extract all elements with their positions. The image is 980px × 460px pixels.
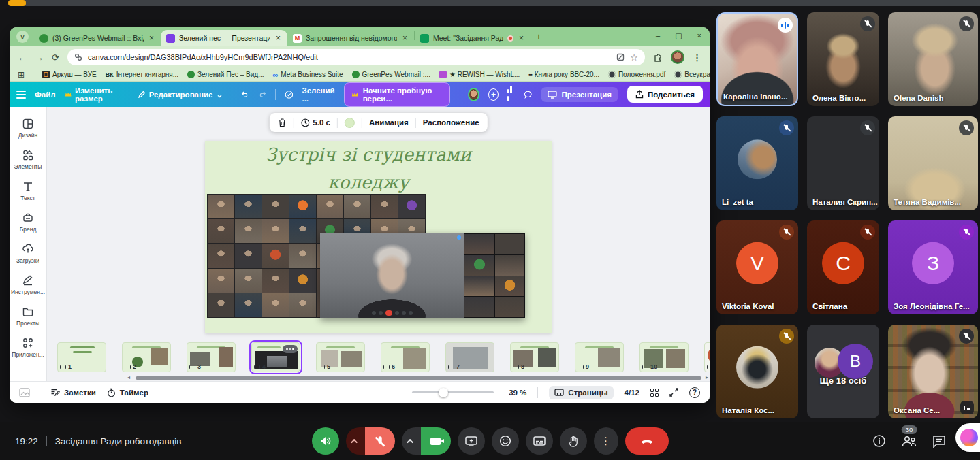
- participant-tile-zoya[interactable]: З Зоя Леонідівна Ге...: [888, 220, 978, 314]
- pages-view-button[interactable]: Страницы: [549, 386, 613, 399]
- sidebar-item-brand[interactable]: Бренд: [10, 206, 46, 237]
- slide-thumbnail-9[interactable]: 9: [575, 342, 624, 372]
- end-call-button[interactable]: [625, 427, 669, 455]
- present-button[interactable]: Презентация: [541, 87, 618, 102]
- zoom-slider[interactable]: [412, 391, 494, 393]
- position-button[interactable]: Расположение: [423, 118, 479, 127]
- sidebar-item-apps[interactable]: Приложен...: [10, 331, 46, 363]
- sidebar-item-projects[interactable]: Проекты: [10, 300, 46, 331]
- sidebar-item-tools[interactable]: Инструмен...: [10, 269, 46, 300]
- undo-icon[interactable]: [241, 90, 249, 99]
- camera-options-button[interactable]: [402, 427, 421, 455]
- mic-mute-button[interactable]: [365, 427, 395, 455]
- editing-mode-button[interactable]: Редактирование ⌄: [138, 90, 223, 99]
- participant-tile-natalia-skryp[interactable]: Наталия Скрип...: [807, 116, 879, 210]
- animation-button[interactable]: Анимация: [369, 118, 409, 127]
- participant-tile-natalia-kos[interactable]: Наталія Кос...: [716, 325, 798, 418]
- extensions-icon[interactable]: [653, 52, 663, 62]
- browser-menu-icon[interactable]: ⋮: [693, 52, 701, 63]
- slide-thumbnail-10[interactable]: 10: [639, 342, 689, 372]
- bookmark-item[interactable]: Аркуш — ВУЕ: [42, 71, 97, 78]
- comments-icon[interactable]: [524, 89, 533, 100]
- mic-options-button[interactable]: [346, 427, 365, 455]
- back-button[interactable]: ←: [18, 52, 27, 63]
- maximize-window-button[interactable]: ▢: [675, 31, 682, 40]
- insights-chart-icon[interactable]: [507, 86, 515, 103]
- bookmark-item[interactable]: Положення.pdf: [608, 71, 665, 78]
- tab-gmail[interactable]: M Запрошення від невідомого ві ×: [287, 30, 414, 46]
- redo-icon[interactable]: [258, 90, 266, 99]
- bookmark-star-icon[interactable]: ☆: [630, 52, 638, 63]
- slide-thumbnail-4-selected[interactable]: 4: [251, 342, 300, 372]
- audio-output-button[interactable]: [312, 427, 339, 455]
- bookmark-item[interactable]: ★ REWISH — WishL...: [439, 71, 520, 78]
- participant-tile-tetyana[interactable]: Тетяна Вадимів...: [888, 116, 978, 210]
- camera-toggle-button[interactable]: [421, 427, 451, 455]
- scrollbar-thumb[interactable]: [136, 376, 701, 380]
- start-trial-button[interactable]: Начните пробную верси...: [344, 82, 450, 107]
- participant-tile-olena-v[interactable]: Олена Вікто...: [807, 12, 879, 106]
- blocked-content-icon[interactable]: [616, 53, 625, 61]
- bookmark-item[interactable]: ∞Meta Business Suite: [272, 71, 343, 79]
- participant-tile-viktoria[interactable]: V Viktoria Koval: [716, 220, 798, 314]
- participant-tile-svitlana[interactable]: C Світлана: [807, 220, 879, 314]
- participant-tile-lizet[interactable]: Li_zet ta: [716, 116, 798, 210]
- more-options-button[interactable]: ⋮: [594, 427, 618, 455]
- delete-icon[interactable]: [277, 118, 286, 127]
- participants-button[interactable]: 30: [901, 435, 917, 447]
- horizontal-scrollbar[interactable]: ◂ ▸: [47, 374, 710, 381]
- reload-button[interactable]: ⟳: [52, 52, 59, 63]
- site-settings-icon[interactable]: [74, 53, 82, 61]
- hamburger-menu-icon[interactable]: [16, 91, 26, 99]
- scroll-right-icon[interactable]: ▸: [706, 374, 708, 380]
- bookmark-item[interactable]: GreenPes Webmail :...: [352, 71, 430, 78]
- new-tab-button[interactable]: +: [536, 31, 541, 42]
- slide-thumbnail-6[interactable]: 6: [381, 342, 430, 372]
- slide-thumbnail-8[interactable]: 8: [510, 342, 559, 372]
- slide-thumbnail-3[interactable]: 3: [187, 342, 236, 372]
- meeting-details-button[interactable]: [872, 434, 886, 448]
- participant-tile-oksana[interactable]: Оксана Се...: [888, 325, 978, 418]
- canva-user-avatar[interactable]: [468, 88, 479, 101]
- slide-thumbnail-7[interactable]: 7: [445, 342, 494, 372]
- slide-thumbnail-2[interactable]: 2: [122, 342, 171, 372]
- background-color-swatch[interactable]: [345, 118, 355, 128]
- add-collaborator-button[interactable]: +: [488, 88, 499, 101]
- bookmark-item[interactable]: Зелений Пес – Вид...: [187, 71, 264, 78]
- sidebar-item-elements[interactable]: Элементы: [10, 144, 46, 175]
- sidebar-item-text[interactable]: Текст: [10, 175, 46, 206]
- sidebar-item-design[interactable]: Дизайн: [10, 112, 46, 144]
- participant-tile-karolina[interactable]: Кароліна Івано...: [716, 12, 798, 106]
- reactions-button[interactable]: [492, 427, 519, 455]
- tab-webmail[interactable]: (3) GreenPes Webmail :: Вхідні ×: [34, 30, 161, 46]
- slide-thumbnail-11[interactable]: 11: [704, 342, 710, 372]
- participant-tile-olena-danish[interactable]: Olena Danish: [888, 12, 978, 106]
- overflow-participants-tile[interactable]: B Ще 18 осіб: [807, 325, 879, 418]
- thumbnail-menu-button[interactable]: [283, 345, 298, 353]
- browser-profile-avatar[interactable]: [671, 50, 684, 64]
- slide-canvas[interactable]: Зустріч зі студентами коледжу: [205, 141, 552, 333]
- fullscreen-icon[interactable]: [669, 388, 678, 397]
- timer-button[interactable]: Таймер: [107, 388, 148, 397]
- chat-button[interactable]: [932, 435, 946, 448]
- resize-button[interactable]: Изменить размер: [65, 86, 129, 103]
- picture-in-picture-button[interactable]: [960, 401, 974, 414]
- bookmark-item[interactable]: Всеукраїнська літе...: [674, 71, 710, 78]
- slide-title[interactable]: Зустріч зі студентами коледжу: [256, 141, 481, 197]
- notes-button[interactable]: Заметки: [50, 388, 96, 397]
- tab-search-button[interactable]: v: [16, 31, 29, 43]
- close-tab-icon[interactable]: ×: [518, 33, 525, 43]
- file-menu-button[interactable]: Файл: [35, 91, 56, 99]
- slide-thumbnail-1[interactable]: 1: [57, 342, 106, 372]
- close-tab-icon[interactable]: ×: [148, 33, 155, 43]
- tab-canva-active[interactable]: Зелений пес — Презентация ×: [161, 30, 287, 46]
- extension-overlay-button[interactable]: [955, 423, 980, 452]
- minimize-window-button[interactable]: –: [656, 31, 660, 40]
- bookmark-item[interactable]: ▪▪▪Книга року ВВС-20...: [528, 71, 599, 78]
- apps-grid-icon[interactable]: ⊞: [18, 70, 25, 80]
- forward-button[interactable]: →: [35, 52, 44, 63]
- address-bar[interactable]: canva.com/design/DAG38BIPdAo/xHhb9yHCm9d…: [67, 49, 645, 65]
- close-tab-icon[interactable]: ×: [274, 33, 282, 43]
- captions-button[interactable]: [526, 427, 553, 455]
- bookmark-item[interactable]: ВКІнтернет книгарня...: [106, 71, 178, 78]
